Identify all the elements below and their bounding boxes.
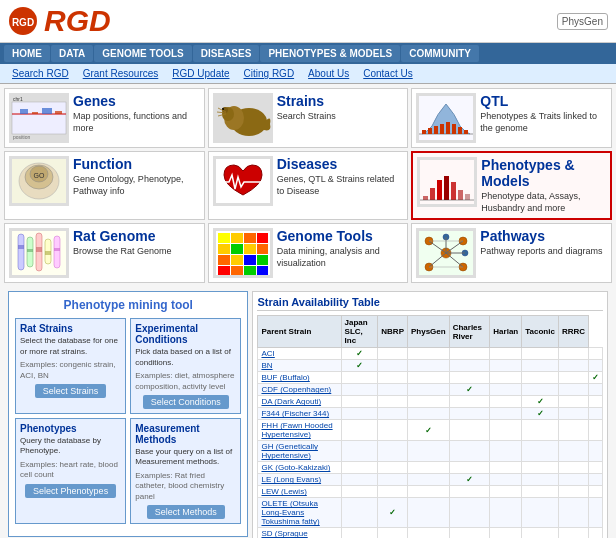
- strain-name[interactable]: BN: [258, 360, 341, 372]
- availability-cell: [558, 462, 588, 474]
- card-genes[interactable]: chr1 position Genes Map positions, funct…: [4, 88, 205, 148]
- genes-title: Genes: [73, 93, 200, 109]
- availability-cell: [490, 396, 522, 408]
- table-row: F344 (Fischer 344)✓: [258, 408, 603, 420]
- strain-name[interactable]: LEW (Lewis): [258, 486, 341, 498]
- card-qtl[interactable]: QTL Phenotypes & Traits linked to the ge…: [411, 88, 612, 148]
- subnav-grant-resources[interactable]: Grant Resources: [77, 66, 165, 81]
- rat-strains-example: Examples: congenic strain, ACI, BN: [20, 360, 121, 381]
- col-rrrc: RRRC: [558, 316, 588, 348]
- subnav-citing-rgd[interactable]: Citing RGD: [238, 66, 301, 81]
- svg-rect-22: [434, 126, 438, 134]
- col-taconic: Taconic: [522, 316, 559, 348]
- select-conditions-button[interactable]: Select Conditions: [143, 395, 229, 409]
- svg-rect-27: [464, 130, 468, 134]
- strain-name[interactable]: LE (Long Evans): [258, 474, 341, 486]
- availability-cell: [490, 498, 522, 528]
- nav-genome-tools[interactable]: GENOME TOOLS: [94, 45, 192, 62]
- svg-rect-5: [20, 109, 28, 114]
- availability-cell: [341, 474, 378, 486]
- strain-name[interactable]: DA (Dark Agouti): [258, 396, 341, 408]
- availability-cell: [522, 360, 559, 372]
- svg-rect-21: [428, 128, 432, 134]
- table-row: FHH (Fawn Hooded Hypertensive)✓: [258, 420, 603, 441]
- qtl-text: QTL Phenotypes & Traits linked to the ge…: [480, 93, 607, 134]
- availability-cell: [558, 408, 588, 420]
- svg-rect-58: [257, 233, 268, 243]
- svg-rect-64: [231, 255, 243, 265]
- strain-name[interactable]: GK (Goto-Kakizaki): [258, 462, 341, 474]
- card-strains[interactable]: Strains Search Strains: [208, 88, 409, 148]
- availability-cell: ✓: [449, 384, 490, 396]
- col-charles-river: Charles River: [449, 316, 490, 348]
- svg-rect-25: [452, 124, 456, 134]
- select-strains-button[interactable]: Select Strains: [35, 384, 107, 398]
- nav-data[interactable]: DATA: [51, 45, 93, 62]
- measurement-example: Examples: Rat fried catheter, blood chem…: [135, 471, 236, 502]
- strain-name[interactable]: BUF (Buffalo): [258, 372, 341, 384]
- nav-home[interactable]: HOME: [4, 45, 50, 62]
- availability-cell: [490, 408, 522, 420]
- subnav-search-rgd[interactable]: Search RGD: [6, 66, 75, 81]
- diseases-image: [213, 156, 273, 206]
- availability-table-body: ACI✓BN✓BUF (Buffalo)✓CDF (Copenhagen)✓DA…: [258, 348, 603, 538]
- card-rat-genome[interactable]: Rat Genome Browse the Rat Genome: [4, 223, 205, 283]
- genes-desc: Map positions, functions and more: [73, 111, 200, 134]
- strain-name[interactable]: FHH (Fawn Hooded Hypertensive): [258, 420, 341, 441]
- select-methods-button[interactable]: Select Methods: [147, 505, 225, 519]
- availability-cell: [522, 348, 559, 360]
- availability-cell: [378, 528, 408, 538]
- nav-diseases[interactable]: DISEASES: [193, 45, 260, 62]
- card-diseases[interactable]: Diseases Genes, QTL & Strains related to…: [208, 151, 409, 220]
- strain-name[interactable]: F344 (Fischer 344): [258, 408, 341, 420]
- select-phenotypes-button[interactable]: Select Phenotypes: [25, 484, 116, 498]
- svg-point-14: [222, 108, 224, 110]
- strain-name[interactable]: ACI: [258, 348, 341, 360]
- card-function[interactable]: GO Function Gene Ontology, Phenotype, Pa…: [4, 151, 205, 220]
- rat-strains-title: Rat Strains: [20, 323, 121, 334]
- availability-cell: [449, 420, 490, 441]
- availability-cell: [378, 384, 408, 396]
- availability-cell: [378, 486, 408, 498]
- availability-cell: [558, 396, 588, 408]
- phenotypes-desc: Phenotype data, Assays, Husbandry and mo…: [481, 191, 606, 214]
- card-genome-tools[interactable]: Genome Tools Data mining, analysis and v…: [208, 223, 409, 283]
- svg-rect-62: [257, 244, 268, 254]
- availability-cell: [588, 360, 602, 372]
- availability-cell: [449, 372, 490, 384]
- availability-cell: [407, 372, 449, 384]
- nav-community[interactable]: COMMUNITY: [401, 45, 479, 62]
- card-phenotypes[interactable]: Phenotypes & Models Phenotype data, Assa…: [411, 151, 612, 220]
- svg-rect-59: [218, 244, 230, 254]
- availability-cell: [588, 420, 602, 441]
- availability-cell: [407, 498, 449, 528]
- cards-grid: chr1 position Genes Map positions, funct…: [4, 88, 612, 283]
- strain-name[interactable]: SD (Sprague Dawley): [258, 528, 341, 538]
- availability-cell: [490, 441, 522, 462]
- availability-cell: [588, 348, 602, 360]
- availability-cell: [407, 486, 449, 498]
- availability-cell: [558, 474, 588, 486]
- availability-cell: [558, 486, 588, 498]
- availability-cell: [522, 420, 559, 441]
- svg-rect-53: [54, 248, 60, 251]
- nav-phenotypes-models[interactable]: PHENOTYPES & MODELS: [260, 45, 400, 62]
- strain-name[interactable]: OLETE (Otsuka Long-Evans Tokushima fatty…: [258, 498, 341, 528]
- availability-cell: [490, 360, 522, 372]
- svg-rect-48: [54, 236, 60, 268]
- strains-desc: Search Strains: [277, 111, 404, 123]
- strain-name[interactable]: GH (Genetically Hypertensive): [258, 441, 341, 462]
- rat-genome-title: Rat Genome: [73, 228, 200, 244]
- availability-cell: ✓: [522, 396, 559, 408]
- strain-name[interactable]: CDF (Copenhagen): [258, 384, 341, 396]
- pathways-network-icon: [417, 229, 475, 277]
- card-pathways[interactable]: Pathways Pathway reports and diagrams: [411, 223, 612, 283]
- subnav-about-us[interactable]: About Us: [302, 66, 355, 81]
- genome-tools-image: [213, 228, 273, 278]
- phenotypes-title: Phenotypes & Models: [481, 157, 606, 189]
- function-title: Function: [73, 156, 200, 172]
- subnav-contact-us[interactable]: Contact Us: [357, 66, 418, 81]
- phenotype-panel: Phenotype mining tool Rat Strains Select…: [8, 291, 248, 537]
- subnav-rgd-update[interactable]: RGD Update: [166, 66, 235, 81]
- availability-cell: [558, 498, 588, 528]
